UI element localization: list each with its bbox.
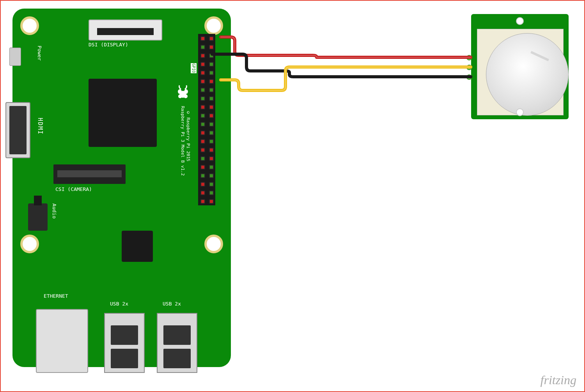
wiring-diagram: Power DSI (DISPLAY) HDMI CSI (CAMERA) Au… — [0, 0, 585, 392]
wire-yellow — [1, 1, 585, 390]
fritzing-credit: fritzing — [541, 373, 576, 387]
